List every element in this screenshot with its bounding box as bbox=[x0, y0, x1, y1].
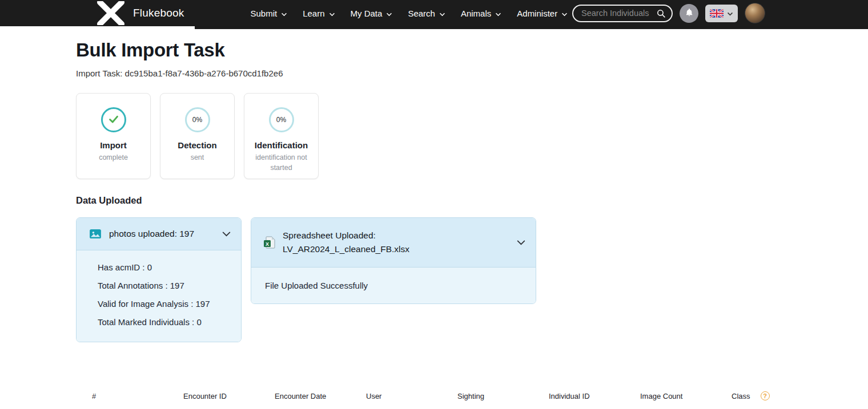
column-header-image-count: Image Count bbox=[640, 392, 732, 400]
column-header-user: User bbox=[366, 392, 457, 400]
navbar-shadow-strip bbox=[195, 26, 868, 29]
card-status: complete bbox=[99, 153, 128, 163]
chevron-down-icon bbox=[439, 9, 445, 18]
progress-cards: Import complete 0% Detection sent 0% Ide… bbox=[76, 93, 868, 179]
check-icon bbox=[107, 113, 120, 127]
svg-text:X: X bbox=[266, 241, 269, 247]
uk-flag-icon bbox=[710, 9, 724, 18]
spreadsheet-title-line1: Spreadsheet Uploaded: bbox=[283, 229, 409, 242]
brand-name: Flukebook bbox=[133, 7, 184, 19]
excel-file-icon: X bbox=[264, 236, 275, 249]
column-header-class-label: Class bbox=[732, 392, 750, 400]
section-title-data-uploaded: Data Uploaded bbox=[76, 195, 868, 206]
search-icon[interactable] bbox=[656, 9, 666, 18]
chevron-down-icon bbox=[561, 9, 568, 18]
spreadsheet-upload-status: File Uploaded Successfully bbox=[265, 281, 368, 290]
stat-marked-individuals: Total Marked Individuals : 0 bbox=[98, 313, 230, 331]
chevron-down-icon bbox=[495, 9, 501, 18]
photos-panel: photos uploaded: 197 Has acmID : 0 Total… bbox=[76, 217, 242, 342]
chevron-down-icon bbox=[727, 8, 733, 18]
help-icon[interactable]: ? bbox=[761, 391, 770, 400]
upload-panels: photos uploaded: 197 Has acmID : 0 Total… bbox=[76, 217, 868, 342]
card-status: identification not started bbox=[249, 153, 314, 173]
chevron-down-icon bbox=[222, 232, 231, 237]
individual-search bbox=[572, 5, 673, 22]
import-task-id: Import Task: dc915ba1-f8a7-436b-a276-b67… bbox=[76, 68, 868, 78]
column-header-individual-id: Individual ID bbox=[549, 392, 640, 400]
identification-progress-ring: 0% bbox=[269, 107, 294, 132]
search-input[interactable] bbox=[581, 9, 656, 18]
chevron-down-icon bbox=[386, 9, 392, 18]
card-status: sent bbox=[191, 153, 204, 163]
nav-item-label: Administer bbox=[517, 9, 557, 18]
photos-panel-body: Has acmID : 0 Total Annotations : 197 Va… bbox=[77, 250, 241, 342]
chevron-down-icon bbox=[281, 9, 287, 18]
card-label: Detection bbox=[178, 140, 216, 150]
identification-percent: 0% bbox=[276, 116, 286, 124]
chevron-down-icon bbox=[517, 240, 525, 245]
column-header-encounter-id: Encounter ID bbox=[183, 392, 275, 400]
detection-progress-ring: 0% bbox=[185, 107, 210, 132]
spreadsheet-panel-header[interactable]: X Spreadsheet Uploaded: LV_AR2024_L_clea… bbox=[251, 218, 536, 267]
column-header-class: Class ? bbox=[732, 391, 868, 400]
stat-total-annotations: Total Annotations : 197 bbox=[98, 277, 230, 295]
nav-item-search[interactable]: Search bbox=[408, 9, 445, 18]
photos-panel-title: photos uploaded: 197 bbox=[109, 229, 194, 239]
brand-home-link[interactable]: Flukebook bbox=[96, 1, 184, 25]
nav-item-label: My Data bbox=[351, 9, 383, 18]
main-nav: Submit Learn My Data Search Animals Admi… bbox=[250, 9, 568, 18]
chevron-down-icon bbox=[329, 9, 335, 18]
page-title: Bulk Import Task bbox=[76, 39, 868, 62]
spreadsheet-panel-title: Spreadsheet Uploaded: LV_AR2024_L_cleane… bbox=[283, 229, 409, 256]
navbar: Flukebook Submit Learn My Data Search An… bbox=[0, 0, 868, 26]
column-header-sighting: Sighting bbox=[457, 392, 549, 400]
nav-item-administer[interactable]: Administer bbox=[517, 9, 568, 18]
bell-icon bbox=[685, 7, 694, 19]
import-status-card: Import complete bbox=[76, 93, 151, 179]
card-label: Import bbox=[100, 140, 127, 150]
user-avatar[interactable] bbox=[745, 3, 765, 23]
encounters-table-header: # Encounter ID Encounter Date User Sight… bbox=[92, 391, 868, 400]
column-header-encounter-date: Encounter Date bbox=[275, 392, 366, 400]
navbar-right-group bbox=[572, 3, 765, 23]
nav-item-animals[interactable]: Animals bbox=[461, 9, 501, 18]
nav-item-label: Animals bbox=[461, 9, 491, 18]
nav-item-my-data[interactable]: My Data bbox=[351, 9, 393, 18]
spreadsheet-panel-body: File Uploaded Successfully bbox=[251, 267, 536, 303]
photos-icon bbox=[89, 229, 102, 239]
flukebook-logo-icon bbox=[96, 1, 126, 25]
detection-percent: 0% bbox=[192, 116, 202, 124]
import-progress-ring bbox=[101, 107, 126, 132]
column-header-number: # bbox=[92, 392, 183, 400]
identification-status-card: 0% Identification identification not sta… bbox=[244, 93, 319, 179]
nav-item-learn[interactable]: Learn bbox=[303, 9, 335, 18]
main-content: Bulk Import Task Import Task: dc915ba1-f… bbox=[0, 39, 868, 400]
nav-item-label: Learn bbox=[303, 9, 324, 18]
stat-acm-id: Has acmID : 0 bbox=[98, 258, 230, 277]
photos-panel-header[interactable]: photos uploaded: 197 bbox=[77, 218, 241, 250]
language-selector[interactable] bbox=[705, 5, 738, 22]
detection-status-card: 0% Detection sent bbox=[160, 93, 235, 179]
spreadsheet-filename: LV_AR2024_L_cleaned_FB.xlsx bbox=[283, 242, 409, 256]
nav-item-submit[interactable]: Submit bbox=[250, 9, 287, 18]
card-label: Identification bbox=[255, 140, 308, 150]
spreadsheet-panel: X Spreadsheet Uploaded: LV_AR2024_L_clea… bbox=[251, 217, 536, 304]
notifications-button[interactable] bbox=[680, 4, 698, 23]
nav-item-label: Search bbox=[408, 9, 435, 18]
nav-item-label: Submit bbox=[250, 9, 277, 18]
stat-valid-image-analysis: Valid for Image Analysis : 197 bbox=[98, 295, 230, 313]
